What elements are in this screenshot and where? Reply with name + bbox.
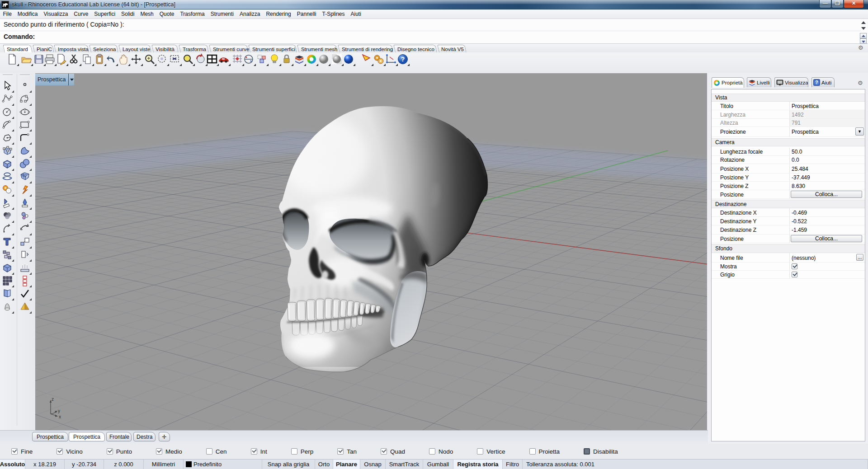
svg-text:?: ? [401,56,405,63]
svg-text:?: ? [815,80,818,85]
svg-text:x: x [59,414,61,419]
svg-text:y: y [58,408,60,413]
svg-text:z: z [52,397,54,402]
